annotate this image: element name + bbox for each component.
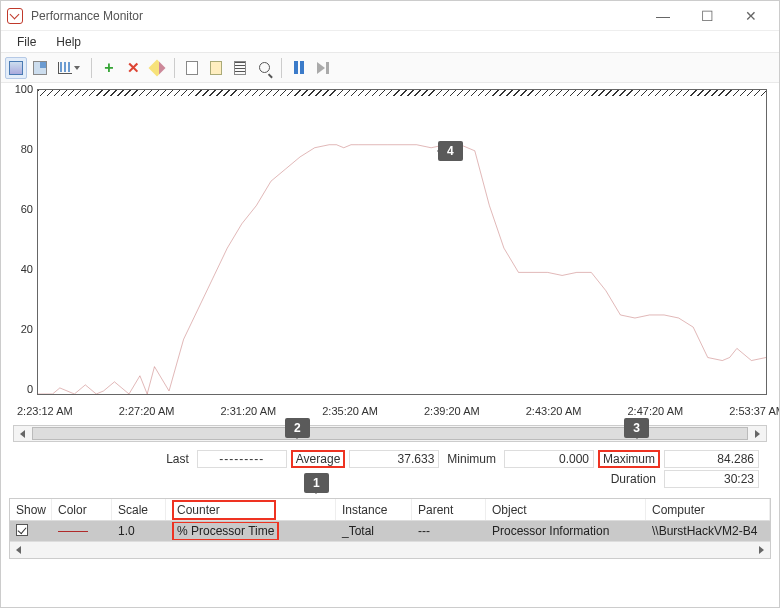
cell-instance: _Total [336, 522, 412, 540]
cell-object: Processor Information [486, 522, 646, 540]
zoom-icon [259, 62, 270, 73]
copy-button[interactable] [181, 57, 203, 79]
properties-button[interactable] [229, 57, 251, 79]
annotation-3: 3 [624, 418, 649, 438]
pause-icon [294, 61, 304, 74]
cell-parent: --- [412, 522, 486, 540]
stat-minimum-label: Minimum [443, 452, 500, 466]
remove-counter-button[interactable]: ✕ [122, 57, 144, 79]
cell-counter: % Processor Time [166, 522, 336, 540]
x-tick: 2:31:20 AM [221, 405, 277, 417]
y-tick: 40 [11, 263, 33, 275]
overlay-icon [33, 61, 47, 75]
annotation-4: 4 [438, 141, 463, 161]
chart-area: 100 80 60 40 20 0 2:23:12 AM 2:27:20 AM … [1, 83, 779, 419]
menu-file[interactable]: File [7, 33, 46, 51]
stat-average-value: 37.633 [349, 450, 439, 468]
stat-duration-label: Duration [607, 472, 660, 486]
toolbar: + ✕ [1, 53, 779, 83]
pencil-icon [149, 59, 166, 76]
stat-maximum-value: 84.286 [664, 450, 759, 468]
x-tick: 2:47:20 AM [628, 405, 684, 417]
th-color[interactable]: Color [52, 499, 112, 520]
minimize-button[interactable]: — [641, 2, 685, 30]
x-tick: 2:39:20 AM [424, 405, 480, 417]
series-color-line [58, 531, 88, 532]
view-icon [9, 61, 23, 75]
chart-type-button[interactable] [53, 57, 85, 79]
view-data-button[interactable] [5, 57, 27, 79]
stat-duration-value: 30:23 [664, 470, 759, 488]
stats-bar: Last --------- Average 37.633 Minimum 0.… [1, 446, 779, 488]
x-tick: 2:27:20 AM [119, 405, 175, 417]
add-counter-button[interactable]: + [98, 57, 120, 79]
x-tick: 2:35:20 AM [322, 405, 378, 417]
toolbar-separator [281, 58, 282, 78]
table-header: Show Color Scale Counter Instance Parent… [10, 499, 770, 521]
x-tick: 2:43:20 AM [526, 405, 582, 417]
th-show[interactable]: Show [10, 499, 52, 520]
table-row[interactable]: 1.0 % Processor Time _Total --- Processo… [10, 521, 770, 541]
annotation-1: 1 [304, 473, 329, 493]
toolbar-separator [91, 58, 92, 78]
y-tick: 0 [11, 383, 33, 395]
cell-scale: 1.0 [112, 522, 166, 540]
stat-average-label: Average [291, 450, 345, 468]
step-icon [317, 62, 329, 74]
scroll-right-button[interactable] [749, 426, 766, 441]
th-instance[interactable]: Instance [336, 499, 412, 520]
th-counter[interactable]: Counter [166, 499, 336, 520]
chart-plot[interactable] [37, 89, 767, 395]
x-tick: 2:53:37 AM [729, 405, 780, 417]
stat-minimum-value: 0.000 [504, 450, 594, 468]
x-icon: ✕ [127, 60, 140, 75]
y-tick: 60 [11, 203, 33, 215]
y-tick: 100 [11, 83, 33, 95]
stat-last-label: Last [162, 452, 193, 466]
app-icon [7, 8, 23, 24]
stat-last-value: --------- [197, 450, 287, 468]
copy-icon [186, 61, 198, 75]
counters-table: Show Color Scale Counter Instance Parent… [9, 498, 771, 559]
cell-color [52, 522, 112, 540]
highlight-button[interactable] [146, 57, 168, 79]
freeze-button[interactable] [288, 57, 310, 79]
chevron-down-icon [74, 66, 80, 70]
checkbox-icon[interactable] [16, 524, 28, 536]
plus-icon: + [104, 60, 113, 76]
window-title: Performance Monitor [31, 9, 143, 23]
update-button[interactable] [312, 57, 334, 79]
scroll-left-button[interactable] [14, 426, 31, 441]
stat-maximum-label: Maximum [598, 450, 660, 468]
th-object[interactable]: Object [486, 499, 646, 520]
th-computer[interactable]: Computer [646, 499, 770, 520]
table-scroll-right[interactable] [753, 542, 770, 558]
x-tick: 2:23:12 AM [17, 405, 73, 417]
overlay-button[interactable] [29, 57, 51, 79]
menu-help[interactable]: Help [46, 33, 91, 51]
titlebar: Performance Monitor — ☐ ✕ [1, 1, 779, 31]
menubar: File Help [1, 31, 779, 53]
y-tick: 20 [11, 323, 33, 335]
properties-icon [234, 61, 246, 75]
annotation-2: 2 [285, 418, 310, 438]
y-tick: 80 [11, 143, 33, 155]
cell-show[interactable] [10, 522, 52, 541]
toolbar-separator [174, 58, 175, 78]
table-scrollbar[interactable] [10, 541, 770, 558]
time-range-scrollbar[interactable] [13, 425, 767, 442]
x-axis: 2:23:12 AM 2:27:20 AM 2:31:20 AM 2:35:20… [17, 403, 780, 417]
table-scroll-left[interactable] [10, 542, 27, 558]
th-scale[interactable]: Scale [112, 499, 166, 520]
chart-icon [58, 62, 72, 74]
close-button[interactable]: ✕ [729, 2, 773, 30]
zoom-button[interactable] [253, 57, 275, 79]
paste-button[interactable] [205, 57, 227, 79]
th-parent[interactable]: Parent [412, 499, 486, 520]
cell-computer: \\BurstHackVM2-B4 [646, 522, 770, 540]
chart-line [38, 90, 766, 394]
clipboard-icon [210, 61, 222, 75]
maximize-button[interactable]: ☐ [685, 2, 729, 30]
